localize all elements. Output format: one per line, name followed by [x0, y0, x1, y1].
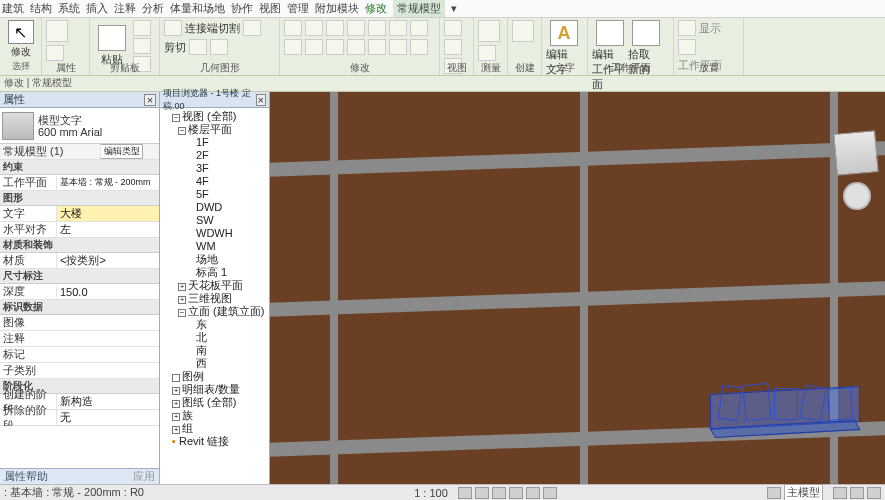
menu-modify[interactable]: 修改 [365, 1, 387, 16]
delete-icon[interactable] [389, 39, 407, 55]
tree-floor[interactable]: WDWH [162, 227, 267, 240]
unpin-icon[interactable] [368, 39, 386, 55]
row-image[interactable]: 图像 [0, 315, 159, 331]
move-icon[interactable] [347, 20, 365, 36]
tree-3d[interactable]: +三维视图 [162, 292, 267, 305]
group-identity[interactable]: 标识数据 [0, 300, 159, 315]
tree-schedules[interactable]: +明细表/数量 [162, 383, 267, 396]
tree-elev-item[interactable]: 西 [162, 357, 267, 370]
tree-links[interactable]: ▪ Revit 链接 [162, 435, 267, 448]
edit-workplane-button[interactable]: 编辑 工作平面 [592, 20, 628, 92]
offset-icon[interactable] [305, 20, 323, 36]
properties-icon[interactable] [46, 20, 68, 42]
close-icon[interactable]: × [144, 94, 156, 106]
row-comment[interactable]: 注释 [0, 331, 159, 347]
tree-ceiling[interactable]: +天花板平面 [162, 279, 267, 292]
tree-floor[interactable]: 4F [162, 175, 267, 188]
tree-floor[interactable]: 1F [162, 136, 267, 149]
menu-manage[interactable]: 管理 [287, 1, 309, 16]
nav-wheel-icon[interactable] [843, 182, 871, 210]
row-depth[interactable]: 深度150.0 [0, 284, 159, 300]
row-material[interactable]: 材质<按类别> [0, 253, 159, 269]
group-constraints[interactable]: 约束 [0, 160, 159, 175]
tree-floor[interactable]: 3F [162, 162, 267, 175]
show-icon[interactable] [678, 20, 696, 36]
group-material[interactable]: 材质和装饰 [0, 238, 159, 253]
menu-generic-model[interactable]: 常规模型 [393, 0, 445, 17]
tree-root[interactable]: −视图 (全部) [162, 110, 267, 123]
tree-elev-item[interactable]: 南 [162, 344, 267, 357]
worksets-icon[interactable] [850, 487, 864, 499]
menu-sys[interactable]: 系统 [58, 1, 80, 16]
hide-icon[interactable] [543, 487, 557, 499]
group-graphics[interactable]: 图形 [0, 191, 159, 206]
trim-icon[interactable] [410, 20, 428, 36]
join-icon[interactable] [189, 39, 207, 55]
pin-icon[interactable] [347, 39, 365, 55]
link-icon[interactable] [867, 487, 881, 499]
cut-geom-icon[interactable] [243, 20, 261, 36]
close-icon[interactable]: × [256, 94, 266, 106]
cut-icon[interactable] [133, 20, 151, 36]
selected-model-text[interactable] [710, 382, 860, 432]
menu-bar[interactable]: 建筑 结构 系统 插入 注释 分析 体量和场地 协作 视图 管理 附加模块 修改… [0, 0, 885, 18]
model-selector[interactable]: 主模型 [784, 484, 823, 500]
tree-floor[interactable]: WM [162, 240, 267, 253]
split-icon[interactable] [284, 39, 302, 55]
scale-icon[interactable] [326, 39, 344, 55]
view-cube[interactable] [833, 130, 879, 176]
selection-icon[interactable] [767, 487, 781, 499]
instance-filter-row[interactable]: 常规模型 (1) 编辑类型 [0, 144, 159, 160]
menu-view[interactable]: 视图 [259, 1, 281, 16]
align-icon[interactable] [284, 20, 302, 36]
row-halign[interactable]: 水平对齐左 [0, 222, 159, 238]
tree-elev-item[interactable]: 东 [162, 318, 267, 331]
type-prop-icon[interactable] [46, 45, 64, 61]
row-workplane[interactable]: 工作平面基本墙 : 常规 - 200mm [0, 175, 159, 191]
menu-anno[interactable]: 注释 [114, 1, 136, 16]
tree-floorplans[interactable]: −楼层平面 [162, 123, 267, 136]
viewport-3d[interactable] [270, 92, 885, 484]
properties-help-link[interactable]: 属性帮助 [4, 469, 48, 484]
menu-insert[interactable]: 插入 [86, 1, 108, 16]
properties-title-bar[interactable]: 属性 × [0, 92, 159, 108]
tree-sheets[interactable]: +图纸 (全部) [162, 396, 267, 409]
mirror-icon[interactable] [326, 20, 344, 36]
tree-floor[interactable]: DWD [162, 201, 267, 214]
menu-arch[interactable]: 建筑 [2, 1, 24, 16]
menu-analyze[interactable]: 分析 [142, 1, 164, 16]
row-mark[interactable]: 标记 [0, 347, 159, 363]
apply-button[interactable]: 应用 [133, 469, 155, 484]
array-icon[interactable] [305, 39, 323, 55]
detail-level-icon[interactable] [458, 487, 472, 499]
cope-icon[interactable] [164, 20, 182, 36]
edit-type-button[interactable]: 编辑类型 [100, 144, 143, 159]
browser-title-bar[interactable]: 项目浏览器 - 1号楼 定稿.00 × [160, 92, 269, 108]
sun-icon[interactable] [492, 487, 506, 499]
row-demo[interactable]: 拆除的阶段无 [0, 410, 159, 426]
menu-addin[interactable]: 附加模块 [315, 1, 359, 16]
filter-icon[interactable] [833, 487, 847, 499]
scale-control[interactable]: 1 : 100 [414, 487, 448, 499]
menu-struct[interactable]: 结构 [30, 1, 52, 16]
tree-legend[interactable]: 图例 [162, 370, 267, 383]
tree-families[interactable]: +族 [162, 409, 267, 422]
ribbon-modify-button[interactable]: ↖ 修改 选择 [0, 18, 42, 75]
copy-icon[interactable] [133, 38, 151, 54]
row-subcat[interactable]: 子类别 [0, 363, 159, 379]
tree-floor[interactable]: 场地 [162, 253, 267, 266]
crop-icon[interactable] [526, 487, 540, 499]
row-text[interactable]: 文字大楼 [0, 206, 159, 222]
menu-collab[interactable]: 协作 [231, 1, 253, 16]
visual-style-icon[interactable] [475, 487, 489, 499]
tree-floor[interactable]: 5F [162, 188, 267, 201]
place-wp-icon[interactable] [678, 39, 696, 55]
type-selector[interactable]: 模型文字600 mm Arial [0, 108, 159, 144]
browser-tree[interactable]: −视图 (全部) −楼层平面 1F 2F 3F 4F 5F DWD SW WDW… [160, 108, 269, 484]
tree-groups[interactable]: +组 [162, 422, 267, 435]
tree-floor[interactable]: SW [162, 214, 267, 227]
tree-elev-item[interactable]: 北 [162, 331, 267, 344]
group-dim[interactable]: 尺寸标注 [0, 269, 159, 284]
tree-floor[interactable]: 标高 1 [162, 266, 267, 279]
menu-mass[interactable]: 体量和场地 [170, 1, 225, 16]
